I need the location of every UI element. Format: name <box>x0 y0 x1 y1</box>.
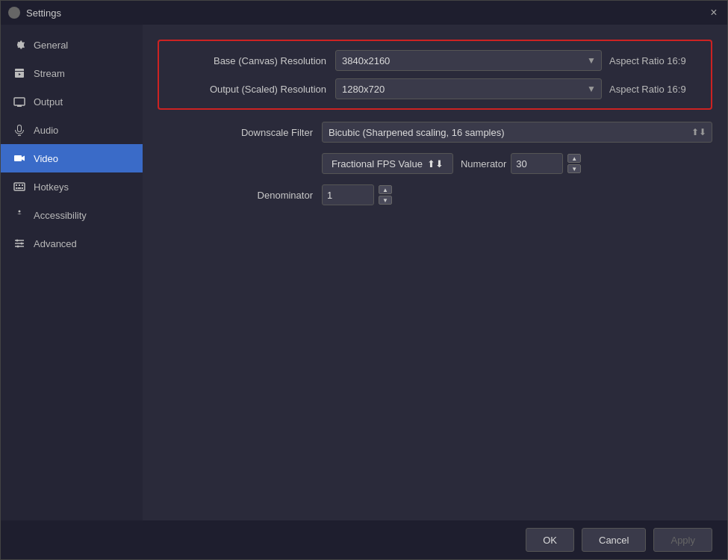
denominator-arrows: ▲ ▼ <box>379 185 392 205</box>
sidebar-item-video[interactable]: Video <box>1 144 143 172</box>
svg-rect-3 <box>16 184 17 186</box>
sidebar-item-stream-label: Stream <box>34 68 65 79</box>
svg-rect-5 <box>22 184 23 186</box>
numerator-arrows: ▲ ▼ <box>567 154 581 173</box>
sidebar-item-stream[interactable]: Stream <box>1 59 143 87</box>
svg-rect-0 <box>14 98 25 105</box>
output-icon <box>13 95 26 108</box>
ok-button[interactable]: OK <box>526 528 574 552</box>
audio-icon <box>13 123 26 137</box>
base-aspect-ratio: Aspect Ratio 16:9 <box>609 55 699 66</box>
downscale-filter-label: Downscale Filter <box>158 127 322 138</box>
sidebar-item-accessibility[interactable]: Accessibility <box>1 201 143 229</box>
svg-point-11 <box>21 243 23 245</box>
svg-rect-4 <box>19 184 20 186</box>
sidebar-item-output-label: Output <box>34 96 63 108</box>
window-title: Settings <box>26 7 61 19</box>
svg-rect-7 <box>18 187 22 189</box>
numerator-input[interactable] <box>511 153 563 174</box>
close-button[interactable]: × <box>708 7 720 19</box>
sidebar-item-general[interactable]: General <box>1 31 143 59</box>
denominator-row: Denominator ▲ ▼ <box>158 184 712 205</box>
fps-type-button[interactable]: Fractional FPS Value ⬆⬇ <box>322 153 453 174</box>
sidebar-item-general-label: General <box>34 40 68 51</box>
denominator-spinner: ▲ ▼ <box>322 184 392 205</box>
sidebar-item-output[interactable]: Output <box>1 87 143 116</box>
denominator-label: Denominator <box>158 190 322 201</box>
sidebar-item-audio[interactable]: Audio <box>1 116 143 144</box>
numerator-label: Numerator <box>461 158 506 169</box>
fps-button-label: Fractional FPS Value <box>332 158 423 169</box>
svg-point-10 <box>16 240 19 242</box>
sidebar-item-audio-label: Audio <box>34 125 58 136</box>
sidebar-item-video-label: Video <box>34 153 58 164</box>
sidebar: General Stream Output Audio <box>1 25 143 520</box>
hotkeys-icon <box>13 180 26 193</box>
svg-point-9 <box>19 211 21 213</box>
fps-type-row: Fractional FPS Value ⬆⬇ Numerator ▲ ▼ <box>158 153 712 174</box>
titlebar: Settings × <box>1 1 727 25</box>
output-aspect-ratio: Aspect Ratio 16:9 <box>609 84 699 95</box>
svg-rect-8 <box>22 187 23 189</box>
svg-rect-1 <box>14 155 22 161</box>
svg-point-12 <box>17 246 19 248</box>
titlebar-left: Settings <box>8 7 61 19</box>
advanced-icon <box>13 237 26 250</box>
base-resolution-label: Base (Canvas) Resolution <box>171 55 335 66</box>
sidebar-item-advanced[interactable]: Advanced <box>1 229 143 258</box>
resolution-section: Base (Canvas) Resolution 3840x2160 ▼ Asp… <box>158 40 712 110</box>
base-resolution-row: Base (Canvas) Resolution 3840x2160 ▼ Asp… <box>171 50 699 71</box>
gear-icon <box>13 38 26 52</box>
numerator-up-arrow[interactable]: ▲ <box>567 154 581 163</box>
downscale-filter-row: Downscale Filter Bicubic (Sharpened scal… <box>158 122 712 143</box>
output-resolution-label: Output (Scaled) Resolution <box>171 84 335 95</box>
main-panel: Base (Canvas) Resolution 3840x2160 ▼ Asp… <box>143 25 727 520</box>
output-resolution-select[interactable]: 1280x720 <box>335 78 602 99</box>
sidebar-item-advanced-label: Advanced <box>34 238 77 249</box>
numerator-down-arrow[interactable]: ▼ <box>567 164 581 173</box>
sidebar-item-accessibility-label: Accessibility <box>34 210 87 221</box>
app-icon <box>8 7 20 19</box>
base-resolution-select-wrapper: 3840x2160 ▼ <box>335 50 602 71</box>
base-resolution-select[interactable]: 3840x2160 <box>335 50 602 71</box>
numerator-spinner: ▲ ▼ <box>511 153 581 174</box>
video-icon <box>13 152 26 165</box>
settings-window: Settings × General Stream <box>0 0 728 560</box>
apply-button[interactable]: Apply <box>653 528 712 552</box>
output-resolution-row: Output (Scaled) Resolution 1280x720 ▼ As… <box>171 78 699 99</box>
footer: OK Cancel Apply <box>1 520 727 559</box>
accessibility-icon <box>13 208 26 222</box>
downscale-filter-select[interactable]: Bicubic (Sharpened scaling, 16 samples) <box>322 122 712 143</box>
svg-rect-6 <box>16 187 17 189</box>
svg-rect-2 <box>14 183 25 190</box>
main-content: General Stream Output Audio <box>1 25 727 520</box>
output-resolution-select-wrapper: 1280x720 ▼ <box>335 78 602 99</box>
stream-icon <box>13 66 26 80</box>
denominator-down-arrow[interactable]: ▼ <box>379 196 392 205</box>
denominator-up-arrow[interactable]: ▲ <box>379 185 392 194</box>
sidebar-item-hotkeys-label: Hotkeys <box>34 181 69 193</box>
downscale-filter-select-wrapper: Bicubic (Sharpened scaling, 16 samples) … <box>322 122 712 143</box>
sidebar-item-hotkeys[interactable]: Hotkeys <box>1 172 143 201</box>
denominator-input[interactable] <box>322 184 374 205</box>
cancel-button[interactable]: Cancel <box>582 528 646 552</box>
fps-button-arrow-icon: ⬆⬇ <box>427 158 444 169</box>
